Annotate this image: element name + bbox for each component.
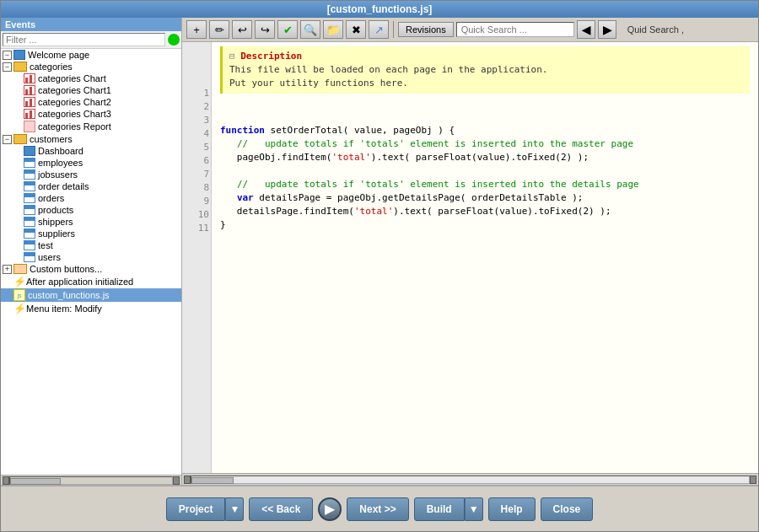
back-button[interactable]: << Back xyxy=(249,497,313,521)
filter-input[interactable] xyxy=(3,33,165,46)
code-line-1 xyxy=(220,97,750,110)
sidebar-item-label: categories Chart2 xyxy=(38,97,111,107)
expand-none-spacer xyxy=(13,98,22,107)
expand-none-spacer xyxy=(13,170,22,180)
main-window: [custom_functions.js] Events − Welcome p… xyxy=(0,0,759,532)
sidebar-item-label: order details xyxy=(38,181,89,191)
build-dropdown-arrow[interactable]: ▼ xyxy=(465,497,483,521)
sidebar-item-label: suppliers xyxy=(38,228,75,239)
edit-button[interactable]: ✏ xyxy=(209,20,229,39)
sidebar-item-products[interactable]: products xyxy=(1,204,181,216)
sidebar-item-dashboard[interactable]: Dashboard xyxy=(1,145,181,157)
sidebar-item-suppliers[interactable]: suppliers xyxy=(1,228,181,239)
sidebar-item-label: categories Chart3 xyxy=(38,109,111,119)
nav-button[interactable]: ↗ xyxy=(369,20,389,39)
sidebar-item-custom-buttons[interactable]: + Custom buttons... xyxy=(1,263,181,275)
code-line-10: } xyxy=(220,218,750,232)
close-button[interactable]: Close xyxy=(541,497,594,521)
sidebar-item-order-details[interactable]: order details xyxy=(1,180,181,192)
build-button[interactable]: Build xyxy=(414,497,465,521)
expand-minus-icon: − xyxy=(3,135,12,144)
project-label: Project xyxy=(179,503,213,515)
nav-forward-arrow[interactable]: ▶ xyxy=(598,20,616,39)
sidebar-item-welcome[interactable]: − Welcome page xyxy=(1,49,181,61)
sidebar-item-label: After application initialized xyxy=(26,277,133,287)
table-icon xyxy=(24,158,35,168)
undo-button[interactable]: ↩ xyxy=(232,20,252,39)
quick-search-input[interactable] xyxy=(456,22,574,37)
search-button[interactable]: 🔍 xyxy=(300,20,320,39)
sidebar-item-jobsusers[interactable]: jobsusers xyxy=(1,169,181,180)
sidebar-item-label: orders xyxy=(38,193,64,203)
expand-plus-icon: + xyxy=(3,265,12,274)
window-title: [custom_functions.js] xyxy=(327,3,433,15)
editor-scroll-track[interactable] xyxy=(191,476,750,484)
sidebar-item-label: jobsusers xyxy=(38,169,78,180)
bolt-icon: ⚡ xyxy=(13,303,24,314)
build-btn-group: Build ▼ xyxy=(414,497,483,521)
project-dropdown-arrow[interactable]: ▼ xyxy=(225,497,244,521)
sidebar-item-after-app[interactable]: ⚡ After application initialized xyxy=(1,275,181,288)
toolbar: + ✏ ↩ ↪ ✔ 🔍 📁 ✖ ↗ Revisions ◀ ▶ Quid Sea… xyxy=(182,18,758,42)
code-line-9: detailsPage.findItem('total').text( pars… xyxy=(220,205,750,218)
open-button[interactable]: 📁 xyxy=(323,20,343,39)
next-button[interactable]: Next >> xyxy=(347,497,408,521)
sidebar-item-categories-chart2[interactable]: categories Chart2 xyxy=(1,96,181,108)
expand-none-spacer xyxy=(13,182,22,191)
scroll-track[interactable] xyxy=(9,476,173,485)
toolbar-separator xyxy=(393,21,394,38)
sidebar-item-label: users xyxy=(38,252,61,262)
save-button[interactable]: ✔ xyxy=(277,20,298,39)
expand-none-spacer xyxy=(13,229,22,239)
sidebar-item-label: Menu item: Modify xyxy=(26,304,102,314)
sidebar-item-label: products xyxy=(38,205,73,215)
editor-scroll-right[interactable] xyxy=(750,476,756,484)
sidebar-item-customers[interactable]: − customers xyxy=(1,133,181,145)
sidebar-item-shippers[interactable]: shippers xyxy=(1,216,181,228)
sidebar-item-orders[interactable]: orders xyxy=(1,192,181,204)
table-icon xyxy=(24,252,35,262)
delete-button[interactable]: ✖ xyxy=(346,20,366,39)
sidebar-scrollbar[interactable] xyxy=(1,475,181,485)
sidebar-item-menu-item[interactable]: ⚡ Menu item: Modify xyxy=(1,302,181,315)
tree-area[interactable]: − Welcome page − categories categories C… xyxy=(1,49,181,475)
sidebar-item-categories-chart3[interactable]: categories Chart3 xyxy=(1,108,181,120)
table-icon xyxy=(24,240,35,250)
code-line-11 xyxy=(220,232,750,245)
code-line-5: pageObj.findItem('total').text( parseFlo… xyxy=(220,151,750,164)
redo-button[interactable]: ↪ xyxy=(255,20,275,39)
sidebar-item-label: test xyxy=(38,240,53,250)
revisions-button[interactable]: Revisions xyxy=(398,22,454,37)
scroll-thumb[interactable] xyxy=(10,478,61,485)
editor-scrollbar[interactable] xyxy=(182,473,758,485)
sidebar-item-employees[interactable]: employees xyxy=(1,157,181,169)
sidebar-item-custom-functions[interactable]: js custom_functions.js xyxy=(1,288,181,302)
sidebar-item-categories-chart[interactable]: categories Chart xyxy=(1,73,181,84)
expand-none-spacer xyxy=(13,206,22,215)
chart-icon xyxy=(24,97,35,107)
sidebar-item-users[interactable]: users xyxy=(1,251,181,263)
editor-scroll-left[interactable] xyxy=(184,476,191,484)
code-content[interactable]: ⊟ Description This file will be loaded o… xyxy=(212,42,758,473)
expand-none-spacer xyxy=(13,86,22,95)
description-collapse-icon: ⊟ xyxy=(229,51,235,62)
editor-scroll-thumb[interactable] xyxy=(191,477,234,484)
help-button[interactable]: Help xyxy=(488,497,536,521)
project-button[interactable]: Project xyxy=(166,497,226,521)
main-area: Events − Welcome page − categories xyxy=(1,18,758,485)
scroll-left-btn[interactable] xyxy=(3,476,9,485)
sidebar-item-categories[interactable]: − categories xyxy=(1,61,181,73)
next-label: Next >> xyxy=(359,503,396,515)
add-button[interactable]: + xyxy=(186,20,207,39)
expand-minus-icon: − xyxy=(3,51,12,60)
sidebar-item-categories-report[interactable]: categories Report xyxy=(1,120,181,133)
expand-none-spacer xyxy=(13,122,22,132)
nav-back-arrow[interactable]: ◀ xyxy=(577,20,595,39)
description-line-2: Put your utility functions here. xyxy=(229,77,743,90)
sidebar-item-categories-chart1[interactable]: categories Chart1 xyxy=(1,84,181,96)
expand-none-spacer xyxy=(13,218,22,227)
run-icon[interactable]: ▶ xyxy=(318,497,342,521)
sidebar-item-test[interactable]: test xyxy=(1,239,181,251)
scroll-right-btn[interactable] xyxy=(173,476,180,485)
revisions-label: Revisions xyxy=(406,24,446,35)
